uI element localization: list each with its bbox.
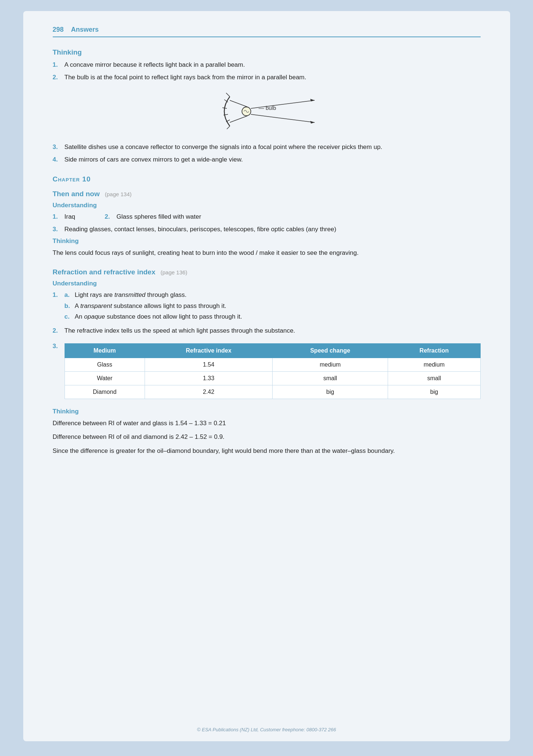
tan-answer-2: 2. Glass spheres filled with water xyxy=(105,212,201,222)
ref-answer-1: 1. a. Light rays are transmitted through… xyxy=(53,290,481,323)
page-footer: © ESA Publications (NZ) Ltd, Customer fr… xyxy=(23,727,510,732)
ref-text-2: The refractive index tells us the speed … xyxy=(65,326,481,336)
cell-speed-glass: medium xyxy=(273,358,388,372)
inline-answers-1-2: 1. Iraq 2. Glass spheres filled with wat… xyxy=(53,212,481,222)
thinking-line-3: Since the difference is greater for the … xyxy=(53,446,481,456)
tan-answer-1: 1. Iraq xyxy=(53,212,75,222)
ref-sub-b: b. A transparent substance allows light … xyxy=(65,301,242,311)
col-refractive-index: Refractive index xyxy=(145,344,273,358)
svg-line-0 xyxy=(226,93,230,97)
ref-sub-a: a. Light rays are transmitted through gl… xyxy=(65,290,242,300)
svg-line-11 xyxy=(251,114,315,122)
tan-thinking-heading: Thinking xyxy=(53,237,481,245)
header-title: Answers xyxy=(71,26,99,34)
refraction-understanding: Understanding xyxy=(53,280,481,287)
answer-text-2: The bulb is at the focal point to reflec… xyxy=(65,73,481,82)
table-wrapper: 3. Medium Refractive index Speed change … xyxy=(53,338,481,404)
tan-text-2: Glass spheres filled with water xyxy=(117,212,201,222)
tan-text-1: Iraq xyxy=(65,212,75,222)
ref-num-1: 1. xyxy=(53,290,65,323)
answer-2: 2. The bulb is at the focal point to ref… xyxy=(53,73,481,82)
refraction-title: Refraction and refractive index xyxy=(53,268,156,276)
svg-line-7 xyxy=(230,100,248,107)
page-header: 298 Answers xyxy=(53,26,481,37)
thinking-heading-1: Thinking xyxy=(53,48,481,56)
svg-line-10 xyxy=(230,116,248,122)
refraction-page-ref: (page 136) xyxy=(160,269,187,275)
tan-answer-3: 3. Reading glasses, contact lenses, bino… xyxy=(53,225,481,234)
svg-marker-9 xyxy=(310,99,315,101)
tan-num-1: 1. xyxy=(53,212,65,222)
page: 298 Answers Thinking 1. A concave mirror… xyxy=(23,11,510,741)
cell-medium-water: Water xyxy=(65,372,145,385)
col-speed-change: Speed change xyxy=(273,344,388,358)
answer-4: 4. Side mirrors of cars are convex mirro… xyxy=(53,155,481,164)
ref-sub-items: a. Light rays are transmitted through gl… xyxy=(65,290,242,323)
chapter-heading: Chapter 10 xyxy=(53,175,481,183)
cell-ri-diamond: 2.42 xyxy=(145,385,273,399)
answer-text-1: A concave mirror because it reflects lig… xyxy=(65,60,481,70)
tan-num-3: 3. xyxy=(53,225,65,234)
table-row: Glass 1.54 medium medium xyxy=(65,358,480,372)
ref-letter-c: c. xyxy=(65,312,75,322)
cell-ri-glass: 1.54 xyxy=(145,358,273,372)
answer-text-4: Side mirrors of cars are convex mirrors … xyxy=(65,155,481,164)
cell-refraction-glass: medium xyxy=(388,358,480,372)
answer-num-3: 3. xyxy=(53,142,65,152)
then-and-now-page-ref: (page 134) xyxy=(105,191,132,197)
cell-medium-glass: Glass xyxy=(65,358,145,372)
cell-refraction-water: small xyxy=(388,372,480,385)
tan-text-3: Reading glasses, contact lenses, binocul… xyxy=(65,225,481,234)
mirror-diagram: — bulb xyxy=(53,89,481,133)
table-num-3: 3. xyxy=(53,343,65,350)
ref-text-c: An opaque substance does not allow light… xyxy=(75,312,242,322)
refraction-thinking-heading: Thinking xyxy=(53,408,481,415)
table-container: Medium Refractive index Speed change Ref… xyxy=(65,338,481,404)
answer-text-3: Satellite dishes use a concave reflector… xyxy=(65,142,481,152)
then-and-now-understanding: Understanding xyxy=(53,202,481,209)
cell-medium-diamond: Diamond xyxy=(65,385,145,399)
answer-num-2: 2. xyxy=(53,73,65,82)
ref-sub-c: c. An opaque substance does not allow li… xyxy=(65,312,242,322)
refraction-title-row: Refraction and refractive index (page 13… xyxy=(53,268,481,276)
table-header-row: Medium Refractive index Speed change Ref… xyxy=(65,344,480,358)
then-and-now-title: Then and now xyxy=(53,190,100,198)
cell-speed-water: small xyxy=(273,372,388,385)
col-medium: Medium xyxy=(65,344,145,358)
thinking-line-1: Difference between RI of water and glass… xyxy=(53,418,481,428)
ref-text-b: A transparent substance allows light to … xyxy=(75,301,242,311)
thinking-line-2: Difference between RI of oil and diamond… xyxy=(53,432,481,442)
italic-opaque: opaque xyxy=(84,313,105,320)
ref-answer-2: 2. The refractive index tells us the spe… xyxy=(53,326,481,336)
refraction-table: Medium Refractive index Speed change Ref… xyxy=(65,343,481,399)
cell-refraction-diamond: big xyxy=(388,385,480,399)
footer-text: © ESA Publications (NZ) Ltd, Customer fr… xyxy=(197,727,336,732)
italic-transmitted: transmitted xyxy=(114,291,145,298)
answer-3: 3. Satellite dishes use a concave reflec… xyxy=(53,142,481,152)
svg-marker-12 xyxy=(310,121,315,124)
table-row: Water 1.33 small small xyxy=(65,372,480,385)
ref-text-a: Light rays are transmitted through glass… xyxy=(75,290,242,300)
table-row: Diamond 2.42 big big xyxy=(65,385,480,399)
ref-num-2: 2. xyxy=(53,326,65,336)
mirror-svg: — bulb xyxy=(208,89,326,133)
answer-num-4: 4. xyxy=(53,155,65,164)
then-and-now-title-row: Then and now (page 134) xyxy=(53,190,481,198)
svg-text:— bulb: — bulb xyxy=(259,105,276,111)
ref-letter-a: a. xyxy=(65,290,75,300)
col-refraction: Refraction xyxy=(388,344,480,358)
ref-letter-b: b. xyxy=(65,301,75,311)
cell-speed-diamond: big xyxy=(273,385,388,399)
answer-1: 1. A concave mirror because it reflects … xyxy=(53,60,481,70)
svg-line-5 xyxy=(227,126,230,129)
italic-transparent: transparent xyxy=(80,302,112,309)
answer-num-1: 1. xyxy=(53,60,65,70)
cell-ri-water: 1.33 xyxy=(145,372,273,385)
tan-num-2: 2. xyxy=(105,212,117,222)
tan-thinking-text: The lens could focus rays of sunlight, c… xyxy=(53,248,481,258)
svg-line-2 xyxy=(222,108,227,108)
page-number: 298 xyxy=(53,26,64,34)
